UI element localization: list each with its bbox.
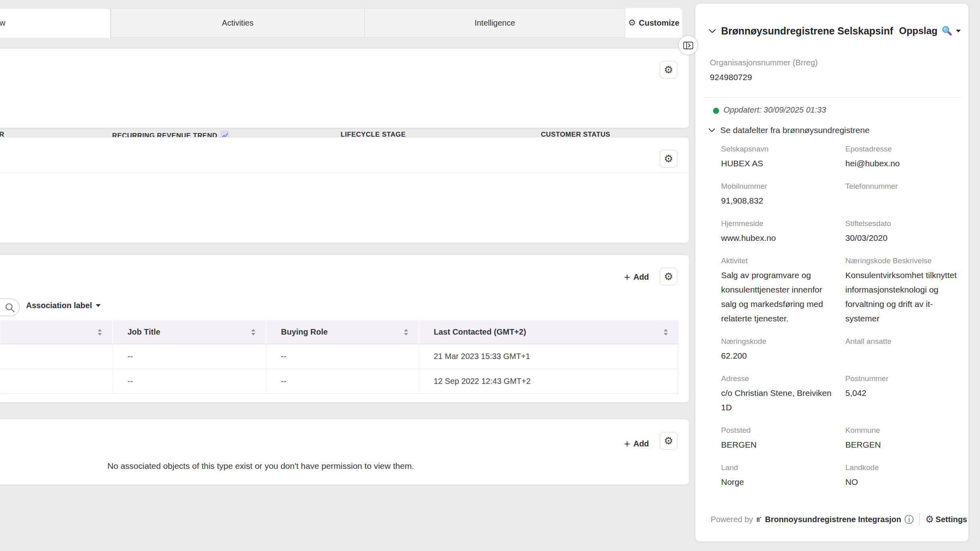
field-land: Land Norge xyxy=(721,463,845,489)
gear-icon: ⚙ xyxy=(664,65,673,75)
chevron-down-icon xyxy=(96,304,101,307)
search-input[interactable] xyxy=(0,299,20,316)
field-naeringskode: Næringskode 62.200 xyxy=(721,337,845,363)
panel-divider xyxy=(704,97,961,98)
oppslag-label: Oppslag xyxy=(899,25,938,36)
highlights-settings-button[interactable]: ⚙ xyxy=(660,61,677,79)
customize-button[interactable]: ⚙ Customize xyxy=(625,8,682,38)
add-object-button[interactable]: + Add xyxy=(624,438,649,449)
association-label-text: Association label xyxy=(26,301,92,310)
table-cell xyxy=(0,344,113,369)
highlights-card: R RECURRING REVENUE TREND LIFECYCLE STAG… xyxy=(0,48,689,128)
table-cell: -- xyxy=(113,369,267,394)
tab-overview-label: w xyxy=(0,18,5,28)
activity-card xyxy=(0,137,689,243)
field-hjemmeside: Hjemmeside www.hubex.no xyxy=(721,219,845,245)
settings-label: Settings xyxy=(936,515,967,524)
field-naeringskode-beskrivelse: Næringskode Beskrivelse Konsulentvirksom… xyxy=(845,256,970,326)
search-icon xyxy=(5,303,15,313)
integration-settings-button[interactable]: ⚙ Settings xyxy=(925,515,967,524)
customize-label: Customize xyxy=(639,18,679,28)
chevron-down-icon[interactable] xyxy=(708,128,715,133)
field-mobilnummer: Mobilnummer 91,908,832 xyxy=(721,182,845,208)
sort-icon xyxy=(664,329,668,335)
tab-intelligence[interactable]: Intelligence xyxy=(364,8,625,38)
empty-card-settings-button[interactable]: ⚙ xyxy=(660,432,677,450)
table-row: -- -- 12 Sep 2022 12:43 GMT+2 xyxy=(0,369,678,394)
gear-icon: ⚙ xyxy=(664,436,673,446)
field-antall-ansatte: Antall ansatte xyxy=(845,337,970,363)
panel-collapse-icon xyxy=(683,41,694,50)
table-header-buying-role[interactable]: Buying Role xyxy=(267,320,419,344)
contacts-table: Job Title Buying Role Last Contacted (GM… xyxy=(0,320,678,394)
gear-icon: ⚙ xyxy=(664,271,673,282)
info-icon[interactable]: ⓘ xyxy=(905,515,914,524)
field-landkode: Landkode NO xyxy=(845,463,970,489)
crm-record-page: w Activities Intelligence ⚙ Customize R … xyxy=(0,0,980,551)
contacts-settings-button[interactable]: ⚙ xyxy=(660,268,677,285)
tab-overview[interactable]: w xyxy=(0,8,111,38)
integration-name: Bronnoysundregistrene Integrasjon xyxy=(765,515,901,524)
org-number-label: Organisasjonsnummer (Brreg) xyxy=(710,58,818,67)
table-header-job-title[interactable]: Job Title xyxy=(113,320,267,344)
collapse-panel-button[interactable] xyxy=(678,35,698,55)
sort-icon xyxy=(404,329,408,335)
sort-icon xyxy=(98,329,102,335)
brreg-company-panel: Brønnøysundregistrene Selskapsinf Oppsla… xyxy=(695,3,969,542)
datafields-section-title: Se datafelter fra brønnøysundregistrene xyxy=(720,125,869,135)
plus-icon: + xyxy=(624,438,630,449)
association-label-dropdown[interactable]: Association label xyxy=(26,301,101,310)
table-cell: 12 Sep 2022 12:43 GMT+2 xyxy=(419,369,678,394)
gear-icon: ⚙ xyxy=(628,18,636,27)
gear-icon: ⚙ xyxy=(664,153,673,164)
field-adresse: Adresse c/o Christian Stene, Breiviken 1… xyxy=(721,374,845,415)
chevron-down-icon xyxy=(956,30,961,32)
plus-icon: + xyxy=(624,272,630,282)
field-postnummer: Postnummer 5,042 xyxy=(845,374,970,415)
oppslag-dropdown[interactable]: Oppslag xyxy=(899,25,961,36)
org-number-value: 924980729 xyxy=(710,73,752,82)
table-cell xyxy=(0,369,113,394)
field-epostadresse: Epostadresse hei@hubex.no xyxy=(845,145,970,171)
footer-divider xyxy=(919,513,920,525)
table-cell: -- xyxy=(267,369,419,394)
add-label: Add xyxy=(633,272,649,282)
table-header-name[interactable] xyxy=(0,320,113,344)
field-stiftelsesdato: Stiftelsesdato 30/03/2020 xyxy=(845,219,970,245)
tab-activities-label: Activities xyxy=(222,18,254,28)
table-header-last-contacted[interactable]: Last Contacted (GMT+2) xyxy=(419,320,678,344)
add-contact-button[interactable]: + Add xyxy=(624,272,649,282)
chevron-down-icon[interactable] xyxy=(708,28,716,34)
gear-icon: ⚙ xyxy=(925,515,934,524)
table-header-row: Job Title Buying Role Last Contacted (GM… xyxy=(0,320,678,344)
field-kommune: Kommune BERGEN xyxy=(845,426,970,452)
activity-settings-button[interactable]: ⚙ xyxy=(660,150,677,168)
panel-title: Brønnøysundregistrene Selskapsinf xyxy=(721,25,893,37)
table-row: -- -- 21 Mar 2023 15:33 GMT+1 xyxy=(0,344,678,369)
sort-icon xyxy=(251,329,255,335)
table-cell: -- xyxy=(113,344,267,369)
magnifier-icon xyxy=(941,25,952,36)
contacts-card: + Add Association label Job Title xyxy=(0,254,689,403)
status-dot xyxy=(713,108,719,114)
tab-activities[interactable]: Activities xyxy=(111,8,365,38)
powered-by-label: Powered by xyxy=(711,515,753,524)
table-cell: -- xyxy=(267,344,419,369)
card-divider xyxy=(0,173,689,173)
updated-timestamp: Oppdatert: 30/09/2025 01:33 xyxy=(723,105,826,115)
company-fields-grid: Selskapsnavn HUBEX AS Epostadresse hei@h… xyxy=(721,145,970,489)
tab-intelligence-label: Intelligence xyxy=(475,18,515,28)
field-selskapsnavn: Selskapsnavn HUBEX AS xyxy=(721,145,845,171)
empty-state-message: No associated objects of this type exist… xyxy=(107,461,414,471)
table-cell: 21 Mar 2023 15:33 GMT+1 xyxy=(419,344,678,369)
integration-logo-icon xyxy=(756,514,762,525)
field-poststed: Poststed BERGEN xyxy=(721,426,845,452)
add-label: Add xyxy=(633,439,649,448)
field-telefonnummer: Telefonnummer xyxy=(845,182,970,208)
empty-association-card: + Add No associated objects of this type… xyxy=(0,419,689,485)
field-aktivitet: Aktivitet Salg av programvare og konsule… xyxy=(721,256,845,326)
panel-footer: Powered by Bronnoysundregistrene Integra… xyxy=(711,513,967,525)
